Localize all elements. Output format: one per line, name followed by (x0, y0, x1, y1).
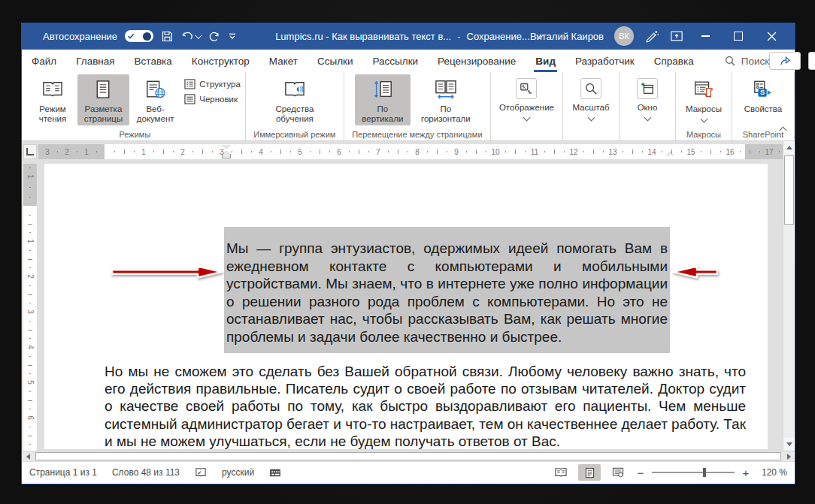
ruler-tick (29, 427, 31, 427)
read-mode-view-button[interactable] (550, 464, 572, 481)
pen-sparkle-icon[interactable] (644, 29, 659, 43)
tab-review[interactable]: Рецензирование (428, 50, 526, 72)
tab-file[interactable]: Файл (22, 50, 66, 72)
ruler-tick (77, 151, 77, 152)
scroll-left-button[interactable] (22, 451, 34, 462)
outline-view-button[interactable]: Структура (184, 79, 241, 89)
chevron-up-icon (780, 127, 787, 134)
tab-help[interactable]: Справка (644, 50, 704, 72)
tab-design[interactable]: Конструктор (182, 50, 259, 72)
autosave-toggle[interactable] (125, 30, 153, 42)
second-paragraph[interactable]: Но мы не сможем это сделать без Вашей об… (105, 363, 746, 450)
tab-view[interactable]: Вид (526, 50, 565, 72)
ruler-number: 1 (84, 148, 89, 156)
window-title: Lumpics.ru - Как выравнивать текст в... … (275, 31, 541, 42)
collapse-ribbon-button[interactable] (780, 122, 786, 136)
vertical-button[interactable]: По вертикали (355, 74, 411, 125)
tab-home[interactable]: Главная (66, 50, 124, 72)
learning-tools-button[interactable]: Средства обучения (267, 74, 323, 125)
avatar[interactable]: ВК (614, 26, 634, 46)
macro-record-icon (269, 468, 281, 478)
share-button[interactable] (769, 52, 801, 70)
ruler-tick (29, 409, 31, 409)
customize-toolbar-chevron-icon[interactable] (228, 32, 237, 41)
horizontal-scroll-thumb[interactable] (35, 452, 781, 460)
web-layout-view-button[interactable] (607, 464, 629, 481)
print-layout-button[interactable]: Разметка страницы (77, 74, 129, 125)
web-layout-button[interactable]: Веб-документ (131, 74, 180, 125)
tab-references[interactable]: Ссылки (308, 50, 363, 72)
zoom-percentage[interactable]: 120 % (757, 467, 787, 478)
redo-icon (208, 30, 220, 43)
scroll-right-button[interactable] (783, 451, 795, 462)
page-indicator[interactable]: Страница 1 из 1 (29, 467, 97, 478)
undo-button[interactable] (181, 30, 200, 42)
vertical-scrollbar[interactable] (783, 141, 795, 451)
draft-icon (184, 94, 195, 104)
minimize-button[interactable] (694, 26, 717, 46)
ruler-tick (280, 149, 281, 154)
vertical-ruler[interactable]: 11234567 (23, 164, 37, 451)
ruler-number: 15 (686, 148, 695, 156)
ruler-tick (153, 151, 154, 152)
ribbon-display-options-icon[interactable] (670, 30, 683, 42)
close-button[interactable] (760, 26, 783, 46)
read-mode-button[interactable]: Режим чтения (29, 74, 76, 125)
language-indicator[interactable]: русский (222, 467, 254, 478)
right-annotation-arrow-icon (671, 264, 761, 280)
redo-button[interactable] (208, 30, 220, 43)
views-small-buttons: Структура Черновик (184, 74, 241, 104)
arrow-left-icon (26, 454, 30, 460)
search-box[interactable]: Поиск (725, 50, 769, 72)
outline-label: Структура (199, 80, 241, 89)
macros-dropdown-button[interactable]: Макросы (680, 74, 727, 123)
ruler-tick (623, 151, 623, 152)
tab-layout[interactable]: Макет (259, 50, 308, 72)
zoom-in-button[interactable]: + (741, 466, 751, 479)
right-indent-marker[interactable] (666, 152, 674, 158)
ruler-tick (28, 330, 32, 330)
word-count[interactable]: Слово 48 из 113 (112, 467, 180, 478)
search-icon (725, 56, 735, 66)
ruler-tick (29, 444, 31, 445)
document-page[interactable]: Мы — группа энтузиастов, одержимых идеей… (44, 164, 768, 449)
horizontal-scrollbar[interactable] (22, 451, 795, 461)
zoom-out-button[interactable]: − (635, 466, 646, 479)
horizontal-ruler[interactable]: 3211234567891011121314151617 (38, 144, 783, 159)
ruler-number: 13 (608, 148, 617, 156)
ribbon: Режим чтения Разметка страницы Веб-докум… (22, 72, 795, 141)
selected-paragraph[interactable]: Мы — группа энтузиастов, одержимых идеей… (224, 227, 670, 353)
tab-insert[interactable]: Вставка (125, 50, 182, 72)
window-dropdown-button[interactable]: Окно (624, 74, 671, 122)
properties-button[interactable]: S Свойства (740, 74, 786, 116)
zoom-slider[interactable] (652, 472, 735, 473)
arrow-down-icon (786, 442, 792, 446)
title-bar: Автосохранение Lumpics.ru - Как выравнив… (22, 23, 795, 50)
draft-view-button[interactable]: Черновик (184, 94, 241, 104)
show-dropdown-button[interactable]: Отображение (495, 74, 558, 122)
zoom-dropdown-button[interactable]: Масштаб (568, 74, 614, 122)
book-open-icon (41, 78, 64, 101)
ruler-tick (29, 215, 31, 216)
proofing-status-button[interactable] (195, 467, 207, 478)
side-to-side-button[interactable]: По горизонтали (412, 74, 480, 125)
ruler-tick (447, 151, 447, 152)
macro-recording-button[interactable] (269, 468, 281, 478)
tab-developer[interactable]: Разработчик (565, 50, 644, 72)
maximize-button[interactable] (727, 26, 750, 46)
proofing-book-icon (195, 467, 207, 478)
ruler-tick (554, 149, 555, 154)
ruler-tick (750, 149, 750, 154)
tab-stop-selector[interactable] (23, 144, 37, 159)
autosave-label: Автосохранение (43, 31, 117, 42)
save-icon[interactable] (161, 30, 174, 43)
save-status[interactable]: Сохранение... (467, 31, 530, 42)
scroll-down-button[interactable] (783, 438, 795, 451)
zoom-slider-thumb[interactable] (703, 468, 706, 477)
ruler-number: 11 (531, 148, 538, 156)
comments-button[interactable] (808, 52, 815, 70)
scroll-up-button[interactable] (783, 141, 795, 154)
tab-mailings[interactable]: Рассылки (363, 50, 429, 72)
vertical-scroll-thumb[interactable] (784, 155, 794, 225)
print-layout-view-button[interactable] (578, 464, 601, 481)
